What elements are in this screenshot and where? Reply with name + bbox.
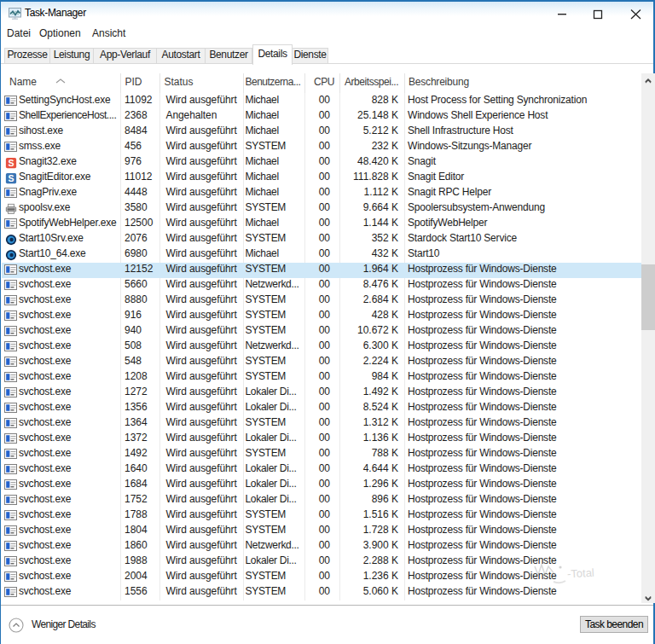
svg-text:S: S	[8, 157, 14, 167]
svg-text:S: S	[8, 172, 14, 183]
svg-text:-Total: -Total	[567, 566, 595, 581]
